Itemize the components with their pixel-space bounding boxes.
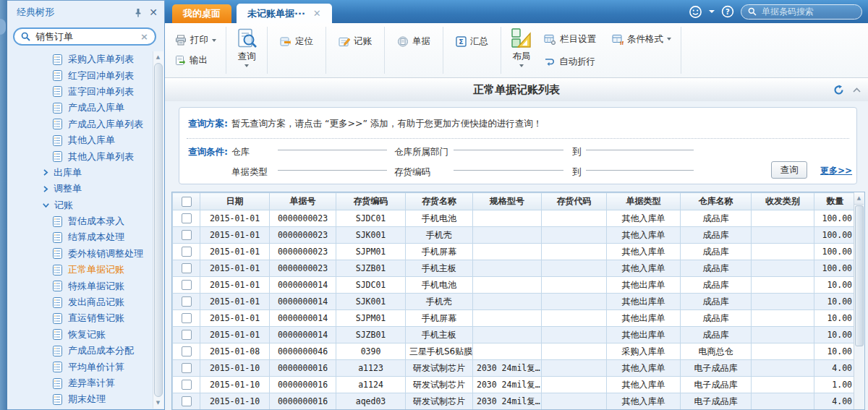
cell[interactable] [542, 260, 607, 277]
export-button[interactable]: 输出 [172, 54, 219, 67]
tree-item[interactable]: 调整单 [8, 181, 153, 197]
cell[interactable]: 2015-01-10 [200, 393, 270, 410]
inventory-code-input[interactable] [454, 158, 563, 171]
help-icon[interactable]: ? [721, 5, 734, 18]
tree-item[interactable]: 期末处理 [8, 391, 153, 407]
cell[interactable]: 2015-01-01 [200, 310, 270, 327]
row-checkbox[interactable] [182, 380, 192, 390]
column-header[interactable]: 单据类型 [607, 193, 681, 210]
cell[interactable] [473, 343, 542, 360]
grid-scroll-thumb[interactable] [855, 205, 864, 346]
close-tab-icon[interactable]: ✕ [313, 8, 321, 19]
cell[interactable] [752, 310, 814, 327]
cell[interactable]: 其他入库单 [607, 393, 681, 410]
cell[interactable]: 0000000023 [270, 260, 336, 277]
cell[interactable]: 其他入库单 [607, 227, 681, 244]
cell[interactable]: 0390 [336, 343, 406, 360]
tree-item[interactable]: 红字回冲单列表 [8, 67, 153, 83]
cell[interactable]: 2015-01-01 [200, 227, 270, 244]
cell[interactable] [473, 277, 542, 294]
cell[interactable]: 成品库 [681, 294, 752, 310]
tree-item[interactable]: 直运销售记账 [8, 310, 153, 326]
row-checkbox[interactable] [182, 313, 192, 323]
cell[interactable] [752, 227, 814, 244]
column-header[interactable]: 仓库名称 [681, 193, 752, 210]
auto-wrap-button[interactable]: 自动折行 [541, 55, 598, 69]
smiley-icon[interactable] [689, 5, 702, 19]
cell[interactable] [542, 343, 607, 360]
cell[interactable] [752, 360, 814, 377]
tree-item[interactable]: 恢复记账 [8, 327, 153, 343]
cell[interactable]: 0000000046 [270, 343, 336, 360]
cell[interactable]: 其他入库单 [607, 210, 681, 227]
tree-item[interactable]: 其他入库单 [8, 132, 153, 148]
tree-item[interactable]: 平均单价计算 [8, 359, 153, 375]
cell[interactable]: 0000000016 [270, 377, 336, 393]
cell[interactable]: 手机主板 [406, 327, 473, 343]
barcode-search-input[interactable]: 单据条码搜索 [741, 4, 862, 20]
grid-scrollbar[interactable]: ▲ [854, 192, 864, 409]
cell[interactable] [473, 244, 542, 260]
cell[interactable] [752, 294, 814, 310]
cell[interactable]: 手机电池 [406, 277, 473, 294]
cell[interactable] [542, 294, 607, 310]
post-button[interactable]: 记账 [330, 34, 380, 49]
row-checkbox[interactable] [182, 263, 192, 273]
cell[interactable]: 其他出库单 [607, 277, 681, 294]
scroll-up-icon[interactable]: ▲ [153, 52, 163, 62]
cell[interactable]: 2030 24mil复… [473, 360, 542, 377]
cell[interactable]: 100.00 [814, 244, 856, 260]
cell[interactable] [473, 260, 542, 277]
row-checkbox[interactable] [182, 346, 192, 356]
tree-item[interactable]: 发出商品记账 [8, 294, 153, 310]
row-checkbox[interactable] [182, 247, 192, 257]
cell[interactable]: 其他出库单 [607, 294, 681, 310]
cell[interactable]: 其他入库单 [607, 360, 681, 377]
cell[interactable]: 成品库 [681, 210, 752, 227]
cell[interactable] [542, 393, 607, 410]
cell[interactable] [473, 210, 542, 227]
column-header[interactable]: 单据号 [270, 193, 336, 210]
warehouse-input[interactable] [278, 138, 387, 150]
cell[interactable]: 0000000023 [270, 244, 336, 260]
cell[interactable] [752, 377, 814, 393]
cell[interactable]: 采购入库单 [607, 343, 681, 360]
column-header[interactable]: 收发类别 [752, 193, 814, 210]
cell[interactable]: 成品库 [681, 260, 752, 277]
tree-item[interactable]: 蓝字回冲单列表 [8, 84, 153, 100]
chevron-down-icon[interactable] [709, 10, 715, 13]
cell[interactable]: 2015-01-01 [200, 244, 270, 260]
documents-button[interactable]: 单据 [388, 34, 439, 49]
doc-type-input[interactable] [278, 158, 387, 171]
column-header[interactable]: 日期 [200, 193, 270, 210]
refresh-icon[interactable] [833, 85, 844, 95]
cell[interactable]: 2030 24mil复… [473, 377, 542, 393]
clear-search-icon[interactable]: × [140, 31, 148, 42]
column-header[interactable]: 规格型号 [473, 193, 542, 210]
more-link[interactable]: 更多>> [820, 165, 852, 177]
row-checkbox[interactable] [182, 280, 192, 290]
cell[interactable]: 其他入库单 [607, 377, 681, 393]
pin-icon[interactable] [134, 8, 142, 17]
tree-item[interactable]: 差异率计算 [8, 375, 153, 391]
cell[interactable]: 成品库 [681, 310, 752, 327]
cell[interactable] [473, 294, 542, 310]
cell[interactable]: 三星手机S6贴膜 [406, 343, 473, 360]
tree-item[interactable]: 产成品入库单 [8, 100, 153, 116]
cell[interactable] [542, 210, 607, 227]
row-checkbox[interactable] [182, 213, 192, 223]
tree-item[interactable]: 结算成本处理 [8, 229, 153, 245]
column-settings-button[interactable]: 栏目设置 [541, 33, 599, 46]
cell[interactable] [752, 277, 814, 294]
cell[interactable]: 0000000016 [270, 360, 336, 377]
cell[interactable]: 2015-01-01 [200, 327, 270, 343]
sidebar-search-input[interactable]: 销售订单 × [13, 27, 156, 46]
cell[interactable]: a1124 [336, 377, 406, 393]
cell[interactable]: 0000000014 [270, 277, 336, 294]
cell[interactable]: 手机主板 [406, 260, 473, 277]
column-header[interactable]: 存货名称 [406, 193, 473, 210]
cell[interactable]: 电子成品库 [681, 393, 752, 410]
cell[interactable]: 10.00 [814, 277, 856, 294]
cell[interactable]: 0000000023 [270, 210, 336, 227]
cell[interactable]: 手机屏幕 [406, 244, 473, 260]
